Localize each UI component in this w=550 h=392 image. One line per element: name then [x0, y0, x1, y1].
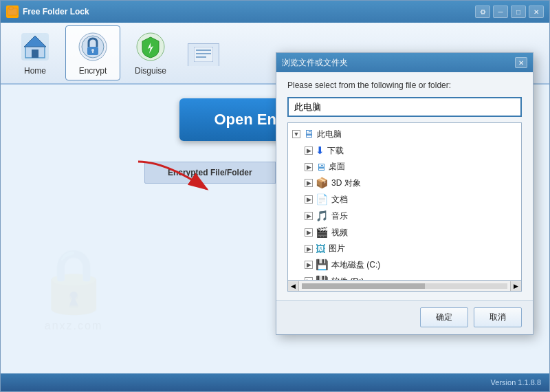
svg-rect-13 [194, 47, 213, 62]
main-window: Free Folder Lock ⚙ ─ □ ✕ Home [0, 0, 550, 392]
desktop-icon: 🖥 [316, 161, 326, 173]
svg-rect-10 [92, 50, 94, 53]
title-bar-left: Free Folder Lock [6, 6, 89, 18]
tree-label: 桌面 [329, 161, 345, 173]
expand-button[interactable]: ▶ [305, 195, 313, 204]
horizontal-scrollbar[interactable]: ◀ ▶ [287, 281, 522, 292]
expand-button[interactable]: ▼ [292, 130, 300, 138]
watermark-icon: 🔒 [35, 245, 112, 317]
tree-label: 此电脑 [317, 129, 342, 140]
watermark: 🔒 anxz.com [35, 245, 112, 332]
tree-label: 文档 [331, 194, 348, 206]
expand-button[interactable]: ▶ [305, 228, 313, 237]
disk-c-icon: 💾 [316, 259, 329, 271]
scroll-right-button[interactable]: ▶ [510, 281, 521, 291]
tree-item[interactable]: ▶ 📄 文档 [288, 191, 521, 208]
tree-label: 3D 对象 [331, 177, 361, 189]
disguise-label: Disguise [135, 66, 166, 76]
tree-item[interactable]: ▶ 📦 3D 对象 [288, 175, 521, 191]
expand-button[interactable]: ▶ [305, 146, 313, 155]
file-tree[interactable]: ▼ 🖥 此电脑 ▶ ⬇ 下载 ▶ 🖥 桌面 ▶ [287, 122, 522, 281]
tree-label: 音乐 [331, 210, 348, 222]
tree-label: 视频 [331, 227, 348, 239]
history-tab-area [188, 41, 219, 66]
expand-button[interactable]: ▶ [305, 245, 313, 253]
home-icon [19, 30, 52, 63]
title-controls: ⚙ ─ □ ✕ [475, 6, 544, 18]
dialog-title: 浏览文件或文件夹 [282, 57, 348, 69]
history-tab[interactable] [188, 43, 219, 66]
tree-label: 软件 (D:) [331, 276, 364, 281]
expand-button[interactable]: ▶ [305, 163, 313, 171]
scroll-left-button[interactable]: ◀ [288, 281, 299, 291]
watermark-text: anxz.com [45, 320, 102, 332]
version-text: Version 1.1.8.8 [491, 378, 541, 386]
dialog-footer: 确定 取消 [276, 300, 533, 334]
minimize-button[interactable]: ─ [493, 6, 508, 18]
svg-rect-5 [32, 50, 38, 58]
dialog-body: Please select from the following file or… [276, 72, 533, 300]
disk-d-icon: 💾 [316, 275, 329, 281]
download-icon: ⬇ [316, 144, 324, 157]
title-bar: Free Folder Lock ⚙ ─ □ ✕ [1, 1, 549, 23]
home-toolbar-button[interactable]: Home [8, 25, 63, 80]
expand-button[interactable]: ▶ [305, 212, 313, 220]
tree-item[interactable]: ▶ 🎬 视频 [288, 224, 521, 241]
app-icon [6, 6, 19, 18]
tree-item[interactable]: ▼ 🖥 此电脑 [288, 126, 521, 142]
app-title: Free Folder Lock [23, 7, 89, 17]
settings-button[interactable]: ⚙ [475, 6, 490, 18]
scroll-thumb [302, 283, 425, 289]
tree-item[interactable]: ▶ 🖥 桌面 [288, 159, 521, 175]
picture-icon: 🖼 [316, 243, 326, 254]
encrypt-label: Encrypt [79, 66, 107, 76]
svg-rect-1 [9, 7, 13, 10]
video-icon: 🎬 [316, 226, 329, 239]
computer-icon: 🖥 [303, 128, 314, 140]
tree-label: 图片 [329, 243, 345, 254]
close-button[interactable]: ✕ [529, 6, 544, 18]
threed-icon: 📦 [316, 177, 329, 189]
doc-icon: 📄 [316, 193, 329, 206]
cancel-button[interactable]: 取消 [474, 307, 522, 327]
dialog-description: Please select from the following file or… [287, 80, 522, 90]
encrypt-icon [76, 30, 109, 63]
tree-item[interactable]: ▶ 🖼 图片 [288, 241, 521, 257]
dialog-close-button[interactable]: ✕ [515, 57, 527, 68]
tree-label: 本地磁盘 (C:) [331, 259, 380, 271]
encrypt-toolbar-button[interactable]: Encrypt [65, 25, 120, 80]
dialog-title-bar: 浏览文件或文件夹 ✕ [276, 53, 533, 72]
tree-item[interactable]: ▶ 💾 本地磁盘 (C:) [288, 257, 521, 273]
scroll-track [302, 283, 507, 289]
disguise-icon [134, 30, 167, 63]
home-label: Home [24, 66, 46, 76]
browse-dialog: 浏览文件或文件夹 ✕ Please select from the follow… [276, 52, 534, 335]
maximize-button[interactable]: □ [511, 6, 526, 18]
tree-label: 下载 [327, 145, 344, 157]
path-input[interactable] [287, 97, 522, 117]
col-file-folder: Encrypted File/Folder [145, 162, 276, 183]
tree-item[interactable]: ▶ ⬇ 下载 [288, 142, 521, 159]
confirm-button[interactable]: 确定 [420, 307, 468, 327]
disguise-toolbar-button[interactable]: Disguise [123, 25, 178, 80]
expand-button[interactable]: ▶ [305, 179, 313, 187]
expand-button[interactable]: ▶ [305, 261, 313, 269]
status-bar: Version 1.1.8.8 [1, 373, 549, 391]
music-icon: 🎵 [316, 210, 329, 222]
tree-item[interactable]: ▶ 🎵 音乐 [288, 208, 521, 224]
tree-item[interactable]: ▶ 💾 软件 (D:) [288, 273, 521, 281]
